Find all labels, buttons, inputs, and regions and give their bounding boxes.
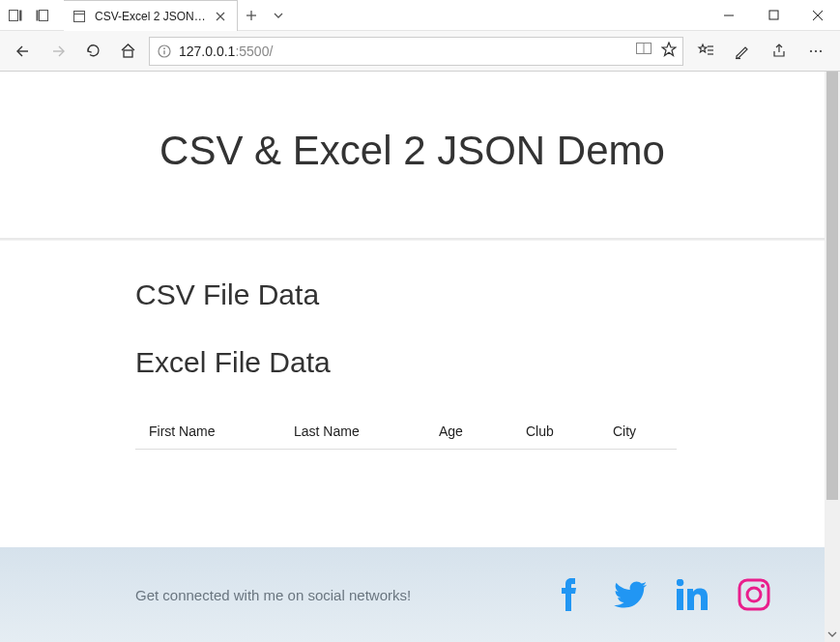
footer-text: Get connected with me on social networks… bbox=[135, 587, 552, 603]
browser-tab[interactable]: CSV-Excel 2 JSON Demo bbox=[64, 0, 238, 31]
tab-aside-icon[interactable] bbox=[6, 6, 25, 25]
page-title: CSV & Excel 2 JSON Demo bbox=[0, 128, 825, 174]
hero-section: CSV & Excel 2 JSON Demo bbox=[0, 72, 825, 240]
svg-rect-2 bbox=[40, 10, 48, 20]
favorites-list-icon[interactable] bbox=[687, 34, 724, 69]
home-button[interactable] bbox=[110, 34, 145, 69]
col-city: City bbox=[613, 423, 663, 439]
svg-point-18 bbox=[163, 47, 165, 49]
tab-title: CSV-Excel 2 JSON Demo bbox=[95, 10, 206, 23]
svg-rect-16 bbox=[124, 50, 132, 57]
svg-rect-0 bbox=[10, 10, 18, 20]
svg-point-30 bbox=[815, 49, 817, 51]
excel-section-heading: Excel File Data bbox=[135, 346, 825, 379]
scroll-down-arrow[interactable] bbox=[825, 627, 840, 642]
svg-point-35 bbox=[747, 588, 761, 601]
svg-point-29 bbox=[810, 49, 812, 51]
col-club: Club bbox=[526, 423, 613, 439]
svg-marker-22 bbox=[662, 43, 676, 56]
minimize-button[interactable] bbox=[707, 0, 751, 30]
svg-rect-34 bbox=[739, 580, 768, 609]
csv-section-heading: CSV File Data bbox=[135, 278, 825, 311]
page-footer: Get connected with me on social networks… bbox=[0, 547, 825, 642]
favorite-icon[interactable] bbox=[661, 42, 677, 61]
tab-preview-icon[interactable] bbox=[33, 6, 52, 25]
close-tab-icon[interactable] bbox=[214, 10, 227, 23]
address-bar[interactable]: 127.0.0.1:5500/ bbox=[149, 37, 683, 66]
notes-icon[interactable] bbox=[724, 34, 761, 69]
svg-rect-1 bbox=[19, 10, 22, 20]
share-icon[interactable] bbox=[761, 34, 797, 69]
svg-point-31 bbox=[820, 49, 822, 51]
col-last-name: Last Name bbox=[294, 423, 439, 439]
svg-rect-32 bbox=[677, 589, 683, 610]
table-header-row: First Name Last Name Age Club City bbox=[135, 414, 677, 450]
close-window-button[interactable] bbox=[796, 0, 840, 30]
excel-table: First Name Last Name Age Club City bbox=[135, 414, 677, 450]
page-icon bbox=[72, 9, 87, 24]
facebook-icon[interactable] bbox=[552, 578, 585, 611]
svg-rect-4 bbox=[74, 11, 85, 21]
page-viewport: CSV & Excel 2 JSON Demo CSV File Data Ex… bbox=[0, 72, 840, 642]
svg-marker-23 bbox=[699, 44, 707, 52]
back-button[interactable] bbox=[6, 34, 41, 69]
svg-rect-11 bbox=[769, 11, 778, 19]
reading-view-icon[interactable] bbox=[636, 43, 652, 60]
window-titlebar: CSV-Excel 2 JSON Demo bbox=[0, 0, 840, 31]
maximize-button[interactable] bbox=[751, 0, 796, 30]
svg-point-33 bbox=[677, 579, 683, 586]
new-tab-button[interactable] bbox=[238, 0, 265, 30]
svg-rect-3 bbox=[37, 10, 39, 20]
more-icon[interactable] bbox=[797, 34, 834, 69]
forward-button[interactable] bbox=[41, 34, 75, 69]
instagram-icon[interactable] bbox=[738, 578, 770, 611]
twitter-icon[interactable] bbox=[614, 578, 647, 611]
col-first-name: First Name bbox=[149, 423, 294, 439]
browser-toolbar: 127.0.0.1:5500/ bbox=[0, 31, 840, 72]
svg-point-36 bbox=[761, 584, 765, 588]
refresh-button[interactable] bbox=[75, 34, 110, 69]
scrollbar[interactable] bbox=[825, 72, 840, 642]
linkedin-icon[interactable] bbox=[676, 578, 709, 611]
scrollbar-thumb[interactable] bbox=[826, 72, 838, 500]
tab-actions-icon[interactable] bbox=[265, 0, 292, 30]
site-info-icon[interactable] bbox=[156, 43, 173, 60]
col-age: Age bbox=[439, 423, 526, 439]
url-text: 127.0.0.1:5500/ bbox=[179, 44, 630, 59]
